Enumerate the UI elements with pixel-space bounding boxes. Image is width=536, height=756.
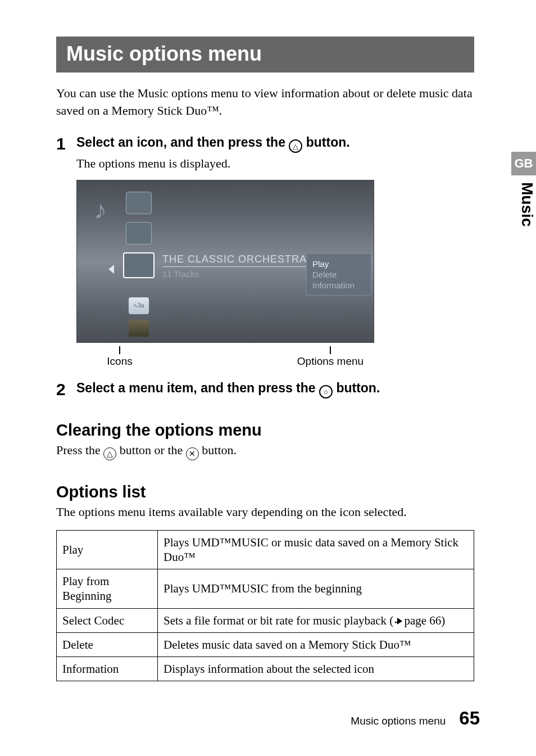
step-text-after: button. [302, 135, 349, 150]
icon-column [123, 192, 155, 278]
clearing-heading: Clearing the options menu [56, 421, 474, 440]
step-1: 1 Select an icon, and then press the △ b… [56, 134, 474, 172]
options-popup: Play Delete Information [306, 253, 371, 296]
cross-button-icon: ✕ [186, 447, 199, 460]
clearing-mid: button or the [116, 443, 185, 457]
language-tab: GB [511, 152, 536, 175]
options-table: Play Plays UMD™MUSIC or music data saved… [56, 530, 474, 682]
menu-item-play: Play [312, 259, 360, 269]
option-name: Select Codec [57, 608, 158, 632]
option-desc: Sets a file format or bit rate for music… [158, 608, 474, 632]
arrow-right-icon [397, 618, 402, 624]
triangle-button-icon: △ [289, 139, 302, 153]
album-title: THE CLASSIC ORCHESTRA [162, 253, 307, 267]
callout-options-menu: Options menu [297, 355, 364, 367]
clearing-after: button. [199, 443, 237, 457]
page-ref-icon [393, 619, 397, 627]
options-list-text: The options menu items available vary de… [56, 504, 474, 521]
table-row: Delete Deletes music data saved on a Mem… [57, 632, 474, 657]
step-text-after: button. [333, 381, 380, 395]
step-1-desc: The options menu is displayed. [76, 155, 474, 172]
option-desc: Deletes music data saved on a Memory Sti… [158, 632, 474, 657]
album-thumb [126, 222, 152, 245]
step-text-before: Select an icon, and then press the [76, 135, 289, 150]
desc-before: Sets a file format or bit rate for music… [163, 614, 393, 627]
clearing-text: Press the △ button or the ✕ button. [56, 442, 474, 460]
step-number: 1 [56, 134, 76, 152]
album-thumb [126, 192, 152, 214]
intro-paragraph: You can use the Music options menu to vi… [56, 85, 474, 120]
option-name: Play from Beginning [57, 569, 158, 609]
option-desc: Displays information about the selected … [158, 657, 474, 681]
option-name: Information [57, 657, 158, 681]
table-row: Play from Beginning Plays UMD™MUSIC from… [57, 569, 474, 609]
step-2-title: Select a menu item, and then press the ○… [76, 380, 474, 399]
side-tab: GB Music [511, 152, 536, 227]
menu-item-information: Information [312, 280, 360, 291]
screenshot-image: ♪ ∿3u THE CLASSIC ORCHESTRA 11 Tracks Pl… [76, 180, 374, 343]
album-info: THE CLASSIC ORCHESTRA 11 Tracks [162, 253, 307, 279]
step-2: 2 Select a menu item, and then press the… [56, 380, 474, 399]
option-name: Play [57, 530, 158, 569]
option-desc: Plays UMD™MUSIC or music data saved on a… [158, 530, 474, 569]
menu-item-delete: Delete [312, 269, 360, 280]
table-row: Play Plays UMD™MUSIC or music data saved… [57, 530, 474, 569]
page-title: Music options menu [56, 37, 474, 73]
option-desc: Plays UMD™MUSIC from the beginning [158, 569, 474, 609]
desc-after: page 66) [404, 614, 445, 627]
section-tab: Music [511, 182, 536, 227]
album-subtitle: 11 Tracks [162, 269, 307, 279]
options-list-heading: Options list [56, 483, 474, 501]
step-1-title: Select an icon, and then press the △ but… [76, 134, 474, 153]
page-footer: Music options menu 65 [351, 708, 480, 729]
figure-callouts: Icons Options menu [76, 346, 474, 368]
option-name: Delete [57, 632, 158, 657]
step-text-before: Select a menu item, and then press the [76, 381, 319, 395]
page-number: 65 [459, 708, 480, 729]
triangle-button-icon: △ [103, 447, 116, 460]
screenshot-figure: ♪ ∿3u THE CLASSIC ORCHESTRA 11 Tracks Pl… [76, 180, 474, 368]
album-thumb-selected [123, 252, 155, 278]
atrac-icon: ∿3u [129, 297, 149, 314]
clearing-before: Press the [56, 443, 103, 457]
step-number: 2 [56, 380, 76, 398]
music-note-icon: ♪ [94, 195, 107, 225]
circle-button-icon: ○ [319, 385, 333, 399]
table-row: Select Codec Sets a file format or bit r… [57, 608, 474, 632]
table-row: Information Displays information about t… [57, 657, 474, 681]
callout-icons: Icons [107, 355, 132, 367]
footer-label: Music options menu [351, 715, 446, 727]
selection-pointer-icon [108, 265, 114, 274]
photo-thumb [129, 320, 149, 337]
